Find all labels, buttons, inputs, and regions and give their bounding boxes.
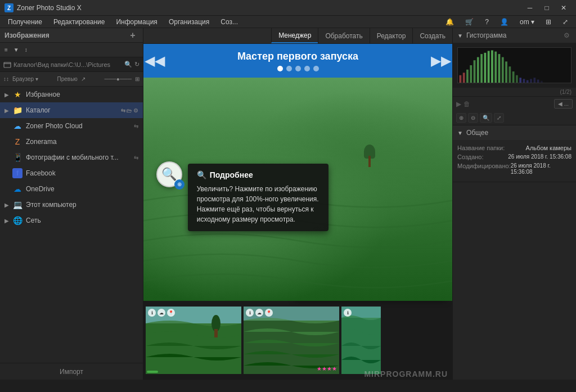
info-panel: Название папки: Альбом камеры Создано: 2… bbox=[453, 140, 576, 182]
svg-rect-16 bbox=[474, 60, 476, 83]
svg-rect-34 bbox=[537, 79, 539, 83]
toolbar-btn-3[interactable]: ↕ bbox=[22, 46, 30, 54]
menu-fullscreen[interactable]: ⤢ bbox=[557, 17, 574, 27]
close-button[interactable]: ✕ bbox=[556, 2, 572, 13]
grid-icon[interactable]: ⊞ bbox=[135, 76, 140, 82]
onedrive-icon: ☁ bbox=[12, 184, 22, 194]
histogram-label: Гистограмма bbox=[466, 31, 561, 39]
export-icon[interactable]: ↗ bbox=[81, 76, 86, 82]
filmstrip-thumb-1[interactable]: ℹ ☁ 📍 bbox=[146, 307, 241, 374]
tool-1[interactable]: ⊕ bbox=[456, 113, 466, 123]
filmstrip-thumb-2[interactable]: ℹ ☁ 📍 ★★★★ bbox=[244, 307, 339, 374]
back-btn[interactable]: ◀ ... bbox=[554, 99, 573, 109]
tab-editor[interactable]: Редактор bbox=[370, 28, 413, 43]
tool-2[interactable]: ⊖ bbox=[468, 113, 478, 123]
delete-icon[interactable]: 🗑 bbox=[464, 100, 470, 108]
menu-notifications[interactable]: 🔔 bbox=[440, 17, 460, 27]
menu-receive[interactable]: Получение bbox=[2, 17, 48, 27]
sidebar-add-button[interactable]: + bbox=[127, 30, 138, 41]
sort-icon[interactable]: ↕↕ bbox=[3, 76, 9, 82]
tool-3[interactable]: 🔍 bbox=[480, 113, 492, 123]
svg-rect-27 bbox=[512, 71, 515, 83]
wizard-dot-4[interactable] bbox=[304, 66, 310, 71]
page-indicator-row: (1/2) bbox=[453, 88, 576, 96]
facebook-icon: f bbox=[12, 168, 22, 178]
zonerama-icon: Z bbox=[12, 137, 22, 147]
import-button[interactable]: Импорт bbox=[0, 363, 143, 380]
minimize-button[interactable]: ─ bbox=[522, 2, 538, 13]
menu-account[interactable]: 👤 bbox=[494, 17, 514, 27]
tool-icons-row: ⊕ ⊖ 🔍 ⤢ bbox=[453, 111, 576, 125]
toolbar-btn-1[interactable]: ≡ bbox=[2, 46, 10, 54]
path-text: Каталог\Вид папки\C:\U...\Pictures bbox=[14, 61, 122, 68]
thumb2-icon1: ℹ bbox=[246, 309, 254, 317]
menu-cart[interactable]: 🛒 bbox=[460, 17, 479, 27]
svg-rect-15 bbox=[470, 65, 472, 83]
sidebar-item-zonerama[interactable]: ▶ Z Zonerama bbox=[0, 134, 143, 150]
menu-create[interactable]: Соз... bbox=[215, 17, 244, 27]
histogram-area bbox=[453, 43, 576, 88]
svg-rect-24 bbox=[502, 57, 504, 83]
wizard-dot-3[interactable] bbox=[295, 66, 301, 71]
thumb3-svg bbox=[341, 307, 381, 374]
tab-create[interactable]: Создать bbox=[412, 28, 452, 43]
thumb3-overlay: ℹ bbox=[344, 309, 352, 317]
menu-edit[interactable]: Редактирование bbox=[48, 17, 110, 27]
menu-organize[interactable]: Организация bbox=[163, 17, 215, 27]
view-toolbar: ↕↕ Браузер ▾ Превью ↗ ───●─── ⊞ bbox=[0, 72, 143, 87]
prev-arrow-btn[interactable]: ▶ bbox=[456, 100, 461, 108]
tool-4[interactable]: ⤢ bbox=[494, 113, 504, 123]
sidebar-item-facebook[interactable]: ▶ f Facebook bbox=[0, 165, 143, 181]
histogram-settings-icon[interactable]: ⚙ bbox=[561, 30, 572, 40]
sidebar-item-mobile[interactable]: ▶ 📱 Фотографии с мобильного т... ⇆ bbox=[0, 150, 143, 165]
tab-bar: Менеджер Обработать Редактор Создать bbox=[143, 28, 452, 44]
viewer-area[interactable]: ◀◀ Мастер первого запуска ▶▶ bbox=[143, 44, 452, 380]
sidebar-item-cloud[interactable]: ▶ ☁ Zoner Photo Cloud ⇆ bbox=[0, 118, 143, 134]
sidebar-item-onedrive[interactable]: ▶ ☁ OneDrive bbox=[0, 181, 143, 197]
zoom-tooltip-title: 🔍 Подробнее bbox=[197, 170, 320, 179]
toolbar-btn-2[interactable]: ▼ bbox=[11, 46, 21, 54]
cloud-sync-icon: ⇆ bbox=[134, 123, 138, 129]
menu-help[interactable]: ? bbox=[479, 17, 494, 27]
sidebar-item-network[interactable]: ▶ 🌐 Сеть bbox=[0, 213, 143, 228]
wizard-next-button[interactable]: ▶▶ bbox=[430, 44, 452, 78]
refresh-icon[interactable]: ↻ bbox=[134, 61, 140, 68]
tab-process[interactable]: Обработать bbox=[318, 28, 369, 43]
general-header[interactable]: ▼ Общее bbox=[453, 125, 576, 140]
zoom-slider[interactable]: ───●─── bbox=[104, 76, 132, 82]
image-tree bbox=[364, 145, 375, 167]
tab-manager[interactable]: Менеджер bbox=[271, 28, 318, 43]
filmstrip-thumb-3[interactable]: ℹ bbox=[341, 307, 381, 374]
menu-view[interactable]: ⊞ bbox=[540, 17, 557, 27]
sidebar-item-computer[interactable]: ▶ 💻 Этот компьютер bbox=[0, 197, 143, 213]
maximize-button[interactable]: □ bbox=[539, 2, 555, 13]
wizard-dot-1[interactable] bbox=[277, 66, 283, 71]
settings-icon: ⚙ bbox=[133, 107, 138, 114]
zoom-plus-badge: ⊕ bbox=[174, 179, 184, 190]
wizard-dot-5[interactable] bbox=[313, 66, 319, 71]
wizard-prev-button[interactable]: ◀◀ bbox=[143, 44, 166, 78]
svg-rect-18 bbox=[480, 54, 483, 83]
folder-name-row: Название папки: Альбом камеры bbox=[457, 145, 572, 151]
browser-label: Браузер ▾ bbox=[12, 76, 38, 82]
zoom-tooltip-box: 🔍 Подробнее Увеличить? Нажмите по изобра… bbox=[188, 164, 328, 231]
sidebar-item-label: Zoner Photo Cloud bbox=[26, 122, 132, 130]
search-zoom-icon: 🔍 bbox=[197, 170, 206, 179]
sidebar-item-favorites[interactable]: ▶ ★ Избранное bbox=[0, 87, 143, 102]
sidebar-item-catalog[interactable]: ▶ 📁 Каталог ⇆ 🗁 ⚙ bbox=[0, 102, 143, 118]
folder-name-label: Название папки: bbox=[457, 145, 505, 151]
thumb1-icon3: 📍 bbox=[167, 309, 175, 317]
menu-info[interactable]: Информация bbox=[110, 17, 163, 27]
thumb2-overlay: ℹ ☁ 📍 bbox=[246, 309, 273, 317]
arrow-icon: ▶ bbox=[4, 107, 11, 114]
search-icon[interactable]: 🔍 bbox=[124, 61, 132, 68]
viewer-container: Менеджер Обработать Редактор Создать ◀◀ … bbox=[143, 28, 452, 380]
svg-rect-13 bbox=[463, 73, 465, 83]
favorites-icon: ★ bbox=[12, 89, 22, 100]
sidebar-nav: ▶ ★ Избранное ▶ 📁 Каталог ⇆ 🗁 ⚙ ▶ ☁ Zone… bbox=[0, 87, 143, 363]
app-icon: Z bbox=[4, 3, 14, 12]
histogram-header[interactable]: ▼ Гистограмма ⚙ bbox=[453, 28, 576, 43]
wizard-dot-2[interactable] bbox=[286, 66, 292, 71]
general-section: ▼ Общее Название папки: Альбом камеры Со… bbox=[453, 125, 576, 182]
modified-row: Модифицировано: 26 июля 2018 г. 15:36:08 bbox=[457, 163, 572, 175]
